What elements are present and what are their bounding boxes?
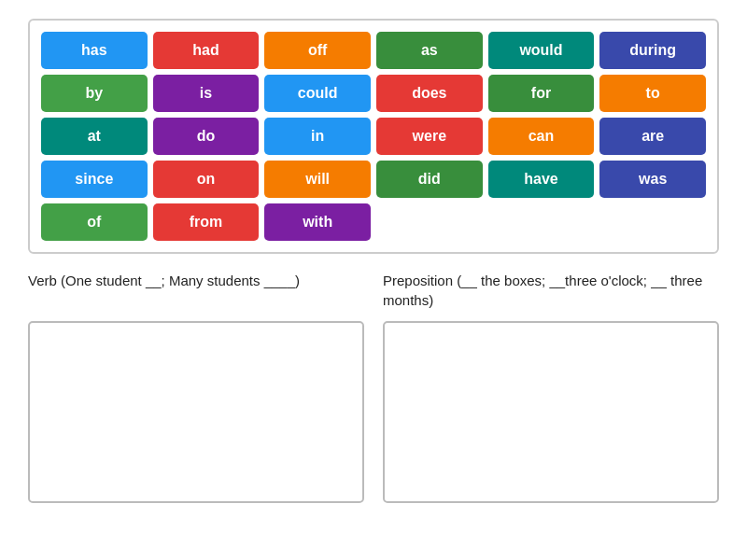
category-label-preposition: Preposition (__ the boxes; __three o'clo…: [383, 271, 719, 315]
word-tile-from[interactable]: from: [153, 203, 260, 241]
word-tile-since[interactable]: since: [41, 161, 148, 198]
word-tile-in[interactable]: in: [264, 118, 371, 155]
word-tile-at[interactable]: at: [41, 118, 148, 155]
category-label-verb: Verb (One student __; Many students ____…: [28, 271, 364, 315]
category-block-verb: Verb (One student __; Many students ____…: [28, 271, 364, 503]
category-drop-zone-preposition[interactable]: [383, 321, 719, 503]
word-tile-has[interactable]: has: [41, 32, 148, 69]
word-tile-is[interactable]: is: [153, 75, 260, 112]
main-container: hashadoffaswouldduringbyiscoulddoesforto…: [0, 0, 747, 522]
word-tile-was[interactable]: was: [599, 161, 706, 198]
word-tile-with[interactable]: with: [264, 203, 371, 241]
word-tile-did[interactable]: did: [376, 161, 483, 198]
word-tile-are[interactable]: are: [599, 118, 706, 155]
word-grid: hashadoffaswouldduringbyiscoulddoesforto…: [41, 32, 706, 241]
word-tile-on[interactable]: on: [153, 161, 260, 198]
word-tile-to[interactable]: to: [599, 75, 706, 112]
categories-section: Verb (One student __; Many students ____…: [28, 271, 719, 503]
word-tile-have[interactable]: have: [488, 161, 595, 198]
category-drop-zone-verb[interactable]: [28, 321, 364, 503]
word-tile-can[interactable]: can: [488, 118, 595, 155]
word-tile-by[interactable]: by: [41, 75, 148, 112]
word-tile-were[interactable]: were: [376, 118, 483, 155]
word-tile-does[interactable]: does: [376, 75, 483, 112]
word-tile-do[interactable]: do: [153, 118, 260, 155]
word-grid-container: hashadoffaswouldduringbyiscoulddoesforto…: [28, 19, 719, 254]
word-tile-during[interactable]: during: [599, 32, 706, 69]
word-tile-of[interactable]: of: [41, 203, 148, 241]
word-tile-had[interactable]: had: [153, 32, 260, 69]
word-tile-for[interactable]: for: [488, 75, 595, 112]
category-block-preposition: Preposition (__ the boxes; __three o'clo…: [383, 271, 719, 503]
word-tile-could[interactable]: could: [264, 75, 371, 112]
word-tile-will[interactable]: will: [264, 161, 371, 198]
word-tile-as[interactable]: as: [376, 32, 483, 69]
word-tile-off[interactable]: off: [264, 32, 371, 69]
word-tile-would[interactable]: would: [488, 32, 595, 69]
